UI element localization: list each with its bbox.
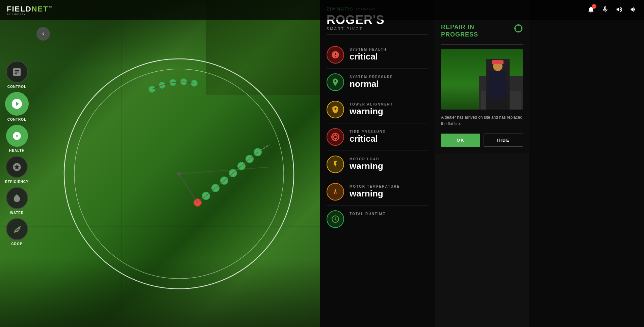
crop-label: CROP bbox=[11, 242, 23, 246]
motor-load-label: MOTOR LOAD bbox=[350, 157, 428, 161]
sidebar-item-water[interactable]: WATER bbox=[6, 187, 28, 215]
motor-temperature-value: warning bbox=[350, 188, 428, 199]
notification-badge: 1 bbox=[592, 4, 596, 9]
water-label: WATER bbox=[10, 211, 24, 215]
tire-pressure-label: TIRE PRESSURE bbox=[350, 130, 428, 134]
pivot-subtitle: SMART PIVOT bbox=[327, 27, 428, 34]
svg-line-27 bbox=[206, 188, 215, 196]
volume-icon[interactable] bbox=[630, 6, 637, 15]
logo-area: FIELDNET™ BY LINDSAY bbox=[7, 5, 53, 16]
topbar-icons: 1 bbox=[587, 6, 637, 15]
control-label: CONTROL bbox=[7, 85, 26, 89]
tower-alignment-label: TOWER ALIGNMENT bbox=[350, 102, 428, 106]
motor-temperature-label: MOTOR TEMPERATURE bbox=[350, 185, 428, 188]
sidebar-item-crop[interactable]: CROP bbox=[6, 218, 28, 246]
status-motor-temperature[interactable]: MOTOR TEMPERATURE warning bbox=[327, 178, 428, 206]
system-pressure-icon bbox=[327, 73, 344, 91]
system-pressure-value: normal bbox=[350, 79, 428, 89]
total-runtime-label: TOTAL RUNTIME bbox=[350, 212, 428, 216]
status-panel: ZIMMATIC BY LINDSAY ROGER'S SMART PIVOT … bbox=[320, 0, 435, 327]
hide-button[interactable]: HIDE bbox=[484, 134, 523, 147]
water-icon-bg bbox=[6, 187, 28, 209]
tower-alignment-value: warning bbox=[350, 106, 428, 117]
crop-icon-bg bbox=[6, 218, 28, 240]
pivot-visualization bbox=[51, 45, 307, 302]
efficiency-label: EFFICIENCY bbox=[5, 180, 28, 184]
right-panel: ZIMMATIC BY LINDSAY ROGER'S SMART PIVOT … bbox=[320, 0, 644, 327]
total-runtime-icon bbox=[327, 210, 344, 228]
status-system-health[interactable]: SYSTEM HEALTH critical bbox=[327, 41, 428, 69]
status-tower-alignment[interactable]: TOWER ALIGNMENT warning bbox=[327, 96, 428, 123]
system-pressure-label: SYSTEM PRESSURE bbox=[350, 75, 428, 79]
pivot-area bbox=[34, 20, 324, 327]
health-icon-bg bbox=[6, 125, 28, 147]
health-label: HEALTH bbox=[9, 149, 25, 153]
efficiency-icon-bg bbox=[6, 156, 28, 178]
operations-label: CONTROL bbox=[7, 118, 26, 121]
status-system-pressure[interactable]: SYSTEM PRESSURE normal bbox=[327, 69, 428, 96]
sidebar-item-operations[interactable]: CONTROL bbox=[5, 92, 29, 121]
repair-status-icon bbox=[514, 24, 523, 35]
operations-icon-bg bbox=[5, 92, 29, 116]
repair-description: A dealer has arrived on site and has rep… bbox=[441, 114, 523, 127]
microphone-icon[interactable] bbox=[601, 6, 609, 15]
system-health-label: SYSTEM HEALTH bbox=[350, 48, 428, 51]
svg-line-25 bbox=[179, 174, 198, 203]
repair-divider bbox=[441, 44, 523, 45]
back-button[interactable] bbox=[36, 27, 50, 41]
repair-header: REPAIR INPROGRESS bbox=[441, 24, 523, 38]
motor-temperature-icon bbox=[327, 183, 344, 201]
system-health-value: critical bbox=[350, 51, 428, 62]
status-motor-load[interactable]: MOTOR LOAD warning bbox=[327, 151, 428, 178]
logo: FIELDNET™ BY LINDSAY bbox=[7, 5, 53, 16]
repair-image bbox=[441, 49, 523, 110]
tire-pressure-icon bbox=[327, 128, 344, 146]
tire-pressure-value: critical bbox=[350, 134, 428, 144]
total-runtime-value bbox=[350, 216, 428, 226]
status-tire-pressure[interactable]: TIRE PRESSURE critical bbox=[327, 123, 428, 151]
repair-panel: REPAIR INPROGRESS bbox=[435, 17, 529, 154]
sidebar-item-health[interactable]: HEALTH bbox=[6, 125, 28, 153]
sidebar-item-efficiency[interactable]: EFFICIENCY bbox=[5, 156, 28, 184]
motor-load-icon bbox=[327, 156, 344, 173]
svg-point-2 bbox=[16, 135, 18, 137]
status-total-runtime[interactable]: TOTAL RUNTIME bbox=[327, 206, 428, 233]
system-health-icon bbox=[327, 46, 344, 64]
sidebar-item-control[interactable]: CONTROL bbox=[6, 61, 28, 89]
motor-load-value: warning bbox=[350, 161, 428, 171]
repair-buttons: OK HIDE bbox=[441, 134, 523, 147]
notification-icon[interactable]: 1 bbox=[587, 6, 595, 15]
extra-space bbox=[529, 0, 644, 327]
repair-title: REPAIR INPROGRESS bbox=[441, 24, 510, 38]
ok-button[interactable]: OK bbox=[441, 134, 480, 147]
svg-point-34 bbox=[334, 135, 337, 139]
topbar: FIELDNET™ BY LINDSAY 1 bbox=[0, 0, 644, 20]
control-icon-bg bbox=[6, 61, 28, 83]
tower-alignment-icon bbox=[327, 101, 344, 118]
left-nav: CONTROL CONTROL HEALTH EFFICIENCY WATER … bbox=[0, 20, 34, 327]
waveform-icon[interactable] bbox=[616, 6, 623, 15]
svg-line-6 bbox=[179, 167, 270, 174]
